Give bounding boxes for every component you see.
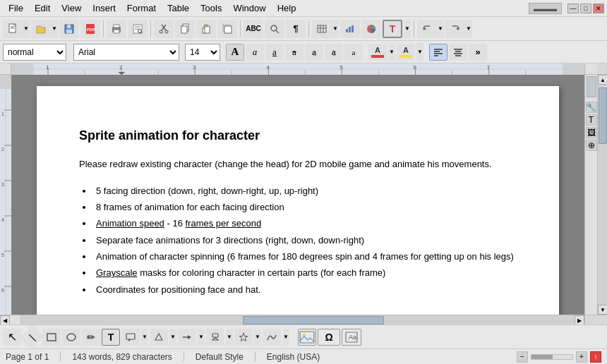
insert-pie-button[interactable] [361, 20, 381, 38]
scroll-left-arrow[interactable]: ◀ [0, 315, 10, 325]
strikethrough-button[interactable]: a [285, 44, 304, 61]
svg-rect-27 [224, 26, 232, 33]
svg-text:3: 3 [193, 64, 196, 71]
callout-arrow[interactable]: ▼ [141, 329, 148, 346]
minimize-btn[interactable]: — [567, 4, 579, 13]
scroll-thumb-h[interactable] [243, 316, 384, 324]
sidebar-properties-icon[interactable]: 🔧 [586, 102, 597, 113]
preview-button[interactable] [128, 20, 148, 38]
menu-format[interactable]: Format [121, 1, 162, 15]
font-color-arrow[interactable]: ▼ [388, 43, 395, 61]
redo-arrow[interactable]: ▼ [465, 20, 472, 38]
status-zoom-out[interactable]: − [517, 351, 528, 363]
menu-edit[interactable]: Edit [29, 1, 56, 15]
document-area[interactable]: Sprite animation for character Please re… [11, 75, 584, 315]
open-button[interactable] [31, 20, 51, 38]
textbox-arrow[interactable]: ▼ [404, 20, 411, 38]
insert-image-button[interactable] [298, 329, 316, 346]
underline-button[interactable]: a [265, 44, 284, 61]
bold-button[interactable]: A [226, 44, 244, 61]
menu-tools[interactable]: Tools [195, 1, 227, 15]
save-button[interactable] [59, 20, 79, 38]
scroll-thumb-v[interactable] [599, 87, 607, 144]
undo-arrow[interactable]: ▼ [437, 20, 444, 38]
cut-button[interactable] [154, 20, 174, 38]
status-zoom-in[interactable]: + [576, 351, 587, 363]
insert-table-button[interactable] [312, 20, 332, 38]
star-arrow[interactable]: ▼ [254, 329, 261, 346]
curve-arrow[interactable]: ▼ [282, 329, 289, 346]
sidebar-gallery-icon[interactable]: 🖼 [586, 127, 597, 138]
rectangle-tool[interactable] [42, 329, 61, 346]
sidebar-character-icon[interactable]: T [586, 114, 597, 126]
clone-button[interactable] [217, 20, 237, 38]
font-size-select[interactable]: 14 12 16 18 [185, 44, 220, 61]
superscript-button[interactable]: a [344, 44, 363, 61]
insert-textbox-button[interactable]: T [383, 20, 402, 38]
svg-text:7: 7 [487, 64, 491, 71]
flowchart-arrow[interactable]: ▼ [226, 329, 233, 346]
redo-button[interactable] [445, 20, 465, 38]
status-sep2 [184, 352, 184, 362]
paragraph-style-select[interactable]: normal Heading 1 Heading 2 [3, 44, 66, 61]
italic-button[interactable]: a [246, 44, 264, 61]
open-arrow[interactable]: ▼ [51, 20, 58, 38]
font-select[interactable]: Arial Times New Roman Courier New [73, 44, 179, 61]
menu-view[interactable]: View [56, 1, 87, 15]
highlight-arrow[interactable]: ▼ [416, 43, 423, 61]
curve-tool[interactable] [263, 329, 281, 346]
shape-tool[interactable] [150, 329, 168, 346]
svg-rect-96 [47, 334, 56, 341]
main-area: 1 2 3 4 5 6 7 [0, 63, 607, 315]
scroll-up-arrow[interactable]: ▲ [598, 75, 607, 85]
undo-button[interactable] [417, 20, 437, 38]
insert-other-button[interactable]: Aa [342, 329, 361, 346]
export-pdf-button[interactable]: PDF [80, 20, 100, 38]
zoom-slider[interactable] [531, 354, 573, 360]
align-center-button[interactable] [449, 44, 467, 61]
copy-button[interactable] [175, 20, 195, 38]
arrow-draw-tool[interactable] [178, 329, 196, 346]
font-color-button[interactable]: A [368, 44, 387, 61]
svg-point-20 [165, 30, 168, 33]
print-button[interactable] [107, 20, 126, 38]
paste-button[interactable] [196, 20, 216, 38]
menu-window[interactable]: Window [227, 1, 271, 15]
freeform-tool[interactable]: ✏ [82, 329, 100, 346]
arrow-draw-arrow[interactable]: ▼ [198, 329, 205, 346]
callout-tool[interactable] [121, 329, 140, 346]
insert-chart-button[interactable] [340, 20, 360, 38]
svg-marker-38 [423, 27, 426, 30]
outline-button[interactable]: a [325, 44, 343, 61]
text-draw-tool[interactable]: T [102, 329, 120, 346]
close-btn[interactable]: ✕ [593, 4, 604, 13]
shadow-button[interactable]: a [305, 44, 323, 61]
spellcheck-button[interactable]: ABC [244, 20, 263, 38]
sidebar-navigator-icon[interactable]: ⊕ [586, 140, 597, 151]
line-tool[interactable]: | [19, 324, 44, 349]
scroll-track-v[interactable] [598, 85, 607, 305]
shape-arrow[interactable]: ▼ [169, 329, 176, 346]
flowchart-tool[interactable] [206, 329, 224, 346]
menu-table[interactable]: Table [162, 1, 195, 15]
highlight-button[interactable]: A [397, 44, 415, 61]
toggle-field-button[interactable]: ¶ [286, 20, 306, 38]
status-error[interactable]: ! [590, 351, 601, 363]
scroll-track-h[interactable] [21, 315, 575, 324]
new-arrow[interactable]: ▼ [23, 20, 30, 38]
menu-file[interactable]: File [3, 1, 29, 15]
scroll-right-arrow[interactable]: ▶ [575, 315, 584, 325]
align-left-button[interactable] [429, 44, 447, 61]
special-character-button[interactable]: Ω [318, 329, 340, 346]
new-button[interactable] [3, 20, 23, 38]
maximize-btn[interactable]: □ [580, 4, 591, 13]
menu-insert[interactable]: Insert [87, 1, 121, 15]
table-arrow[interactable]: ▼ [332, 20, 339, 38]
star-tool[interactable] [234, 329, 253, 346]
ellipse-tool[interactable] [62, 329, 80, 346]
select-arrow-tool[interactable]: ↖ [3, 329, 21, 346]
menu-help[interactable]: Help [272, 1, 302, 15]
scroll-down-arrow[interactable]: ▼ [598, 305, 607, 315]
find-button[interactable] [265, 20, 284, 38]
more-format-button[interactable]: » [469, 44, 487, 61]
